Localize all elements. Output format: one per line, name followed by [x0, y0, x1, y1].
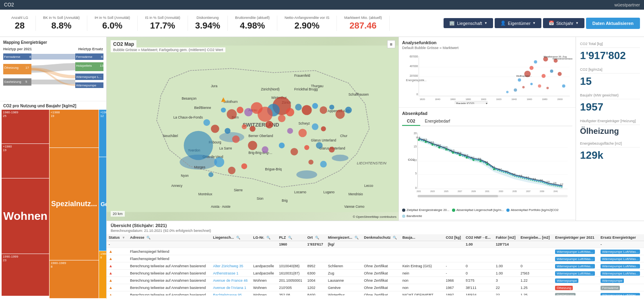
svg-text:▼: ▼ [485, 102, 488, 104]
svg-text:Glarus Unterland: Glarus Unterland [311, 139, 336, 142]
table-container[interactable]: Status ▼ Adresse 🔍 Liegensch... 🔍 LG-Nr.… [107, 234, 644, 295]
treemap-col-3: +198012 Gesch... 1980-19898 [99, 110, 106, 298]
svg-text:Sierre: Sierre [234, 188, 243, 192]
svg-text:Baujahr [CO2]: Baujahr [CO2] [456, 102, 474, 104]
scatter-svg: Energielogistik... 60'000 40'000 20'000 … [402, 52, 572, 104]
svg-point-84 [312, 123, 319, 130]
overview-table: Status ▼ Adresse 🔍 Liegensch... 🔍 LG-Nr.… [107, 234, 644, 295]
metric-brutto: Bruttorendite (aktuell) 4.98% [228, 16, 277, 31]
svg-point-100 [329, 147, 335, 153]
cell-plz: 201.10050001 [277, 277, 305, 284]
table-row: ▲ Berechnung teilweise auf Annahmen basi… [107, 262, 644, 270]
table-row: ▲ Flaechenspiegel fehlend [107, 255, 644, 262]
svg-point-169 [466, 157, 468, 159]
svg-point-103 [228, 167, 235, 174]
svg-text:Solothurn: Solothurn [223, 100, 238, 104]
cell-adresse: Flaechenspiegel fehlend [128, 248, 211, 255]
svg-point-167 [452, 152, 454, 154]
map-container[interactable]: CO2 Map Bubble Grösse = Marktwert; Farbg… [107, 37, 398, 221]
tab-co2[interactable]: CO2 [402, 117, 420, 126]
cell-baujahr: non [400, 284, 444, 291]
svg-text:2027: 2027 [458, 190, 462, 193]
svg-point-173 [493, 168, 495, 170]
svg-point-139 [514, 88, 517, 92]
col-denkmal[interactable]: Denkmalschutz 🔍 [362, 234, 400, 241]
col-faktor[interactable]: Faktor [m2] [494, 234, 518, 241]
col-co2[interactable]: CO2 [kg] [444, 234, 463, 241]
map-menu-button[interactable]: ≡ [387, 40, 395, 48]
cell-co2hnf: 0 [464, 270, 494, 277]
update-button[interactable]: Daten Aktualisieren [586, 18, 640, 29]
energietraeger-value: Ölheizung [580, 127, 640, 136]
cell-ort: 1004 [305, 277, 326, 284]
cell-lgnr [251, 255, 277, 262]
col-energietr[interactable]: Energieträger per 2021 [553, 234, 599, 241]
svg-text:!: ! [223, 98, 223, 101]
map-svg: SWITZERLAND Schaffhausen Frauenfeld Thur… [107, 37, 398, 221]
cell-minerg: Genève [326, 284, 362, 291]
cell-faktor: 1.00 [494, 262, 518, 270]
eigentuemer-filter-button[interactable]: 👤 Eigentümer ▼ [495, 18, 541, 28]
svg-text:Nyon: Nyon [181, 174, 189, 178]
col-baujahr[interactable]: Bauja... [400, 234, 444, 241]
absenkpfad-chart: CO2 20 15 10 5 0 [399, 126, 576, 207]
svg-text:Frauenfeld: Frauenfeld [294, 74, 310, 78]
absenkpfad-legend: Zielpfad Energiestrategie 20... Absenkpf… [399, 207, 576, 219]
cell-minerg [326, 255, 362, 262]
cell-energiebe [518, 255, 553, 262]
svg-text:Wärmepumpe L...: Wärmepumpe L... [76, 75, 102, 79]
cell-status: ▲ [107, 284, 128, 291]
col-energiebe[interactable]: Energiebe... [m2] [518, 234, 553, 241]
tab-energiebedarf[interactable]: Energiebedarf [420, 117, 455, 126]
treemap-cell: +198019 [2, 144, 49, 178]
co2-total-label: CO2 Total [kg] [580, 42, 640, 48]
stichjahr-filter-button[interactable]: 📅 Stichjahr ▼ [543, 18, 584, 28]
app-title: CO2 [4, 2, 14, 8]
svg-text:2021: 2021 [417, 190, 421, 193]
cell-plz: 352.08 [277, 291, 305, 296]
liegenschaft-filter-button[interactable]: 🏢 Liegenschaft ▼ [444, 18, 493, 28]
cell-ersatz: Wärmepumpe Luft/Was... [599, 248, 644, 255]
cell-co2: 1967 [444, 284, 463, 291]
svg-point-74 [329, 104, 334, 109]
filter-energiebe [518, 241, 553, 248]
metrics-bar: Anzahl LG 28 BK in % Soll (Annuität) 8.8… [0, 10, 644, 37]
svg-point-144 [530, 66, 534, 70]
cell-co2: 1966 [444, 277, 463, 284]
col-status[interactable]: Status ▼ [107, 234, 128, 241]
treemap-cell-blue: +198012 [99, 110, 106, 157]
svg-point-162 [418, 139, 420, 141]
col-ersatz[interactable]: Ersatz Energieträger [599, 234, 644, 241]
co2-m2a-value: 15 [580, 75, 640, 88]
cell-lgnr: Wohnen [251, 284, 277, 291]
cell-faktor: 1.00 [494, 270, 518, 277]
svg-point-83 [250, 126, 256, 132]
col-liegenschaft[interactable]: Liegensch... 🔍 [211, 234, 251, 241]
svg-text:10.9: 10.9 [457, 152, 461, 154]
overview-subtitle: Berechnungsdatum: 21.10.2021 (92.0% erfo… [107, 229, 644, 234]
col-lgnr[interactable]: LG-Nr. 🔍 [251, 234, 277, 241]
col-ort[interactable]: Ort 🔍 [305, 234, 326, 241]
svg-point-82 [278, 115, 286, 122]
col-minerg[interactable]: Minergiezert... 🔍 [326, 234, 362, 241]
table-filter-row: - 1960 1'933'617 [kg/ 1.00 128'714 [107, 241, 644, 248]
svg-text:1960: 1960 [527, 98, 533, 100]
overview-title: Übersicht (Stichjahr: 2021) [107, 221, 644, 229]
cell-co2hnf: 0 [464, 262, 494, 270]
svg-text:2000: 2000 [557, 98, 563, 100]
cell-minerg [326, 248, 362, 255]
metric-is: IS in % Soll (Annuität) 17.7% [138, 16, 188, 31]
cell-plz [277, 255, 305, 262]
col-adresse[interactable]: Adresse 🔍 [128, 234, 211, 241]
svg-text:Varese Como: Varese Como [344, 205, 364, 209]
calendar-icon: 📅 [549, 20, 554, 26]
legend-portfolio-label: Absenkpfad Portfolio [kg/m2]CO2 [511, 208, 559, 212]
col-plz[interactable]: PLZ 🔍 [277, 234, 305, 241]
svg-text:Brig-Brig-Brig-...: Brig-Brig-Brig-... [248, 151, 272, 155]
svg-point-105 [308, 160, 313, 164]
absenkpfad-title: Absenkpfad [402, 111, 572, 116]
svg-point-134 [542, 74, 546, 78]
svg-text:1840: 1840 [435, 98, 441, 100]
col-co2hnf[interactable]: CO2 HNF→E... [464, 234, 494, 241]
metric-anzahl-value: 28 [15, 20, 25, 31]
